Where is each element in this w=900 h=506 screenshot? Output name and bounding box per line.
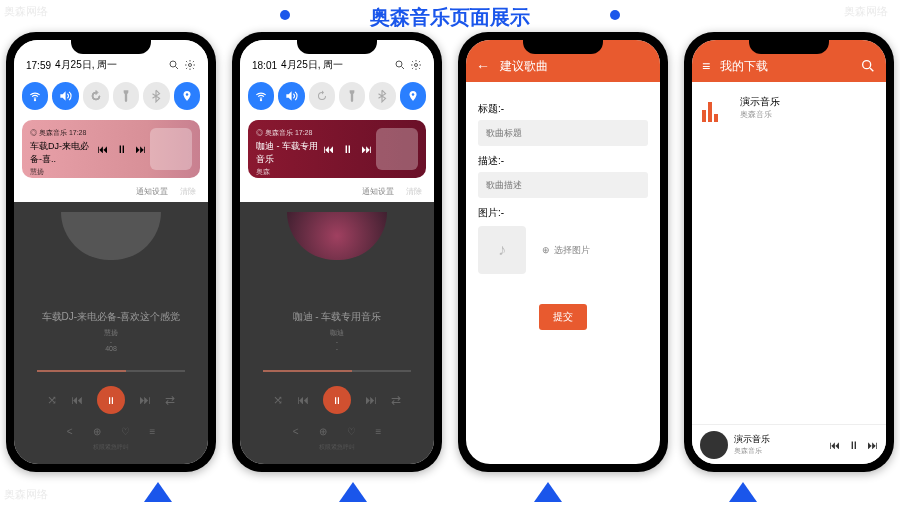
dim-album: - [110,338,112,345]
notification-settings-link[interactable]: 通知设置 [362,186,394,197]
more-icon[interactable]: ♡ [121,426,130,437]
triangle-indicator [144,482,172,502]
dim-track-title: 车载DJ-来电必备-喜欢这个感觉 [42,310,181,324]
app-bar-title: 建议歌曲 [500,58,548,75]
dim-tip: 权限紧急呼叫 [319,443,355,452]
media-app-label: ◎ 奥森音乐 17:28 [256,128,323,138]
seek-bar[interactable] [263,370,411,372]
menu-icon[interactable]: ≡ [702,58,710,74]
phone-notch [523,40,603,54]
dimmed-player: 咖迪 - 车载专用音乐 咖迪 - - ⤨ ⏮ ⏸ ⏭ ⇄ < ⊕ ♡ ≡ 权限紧… [240,202,434,464]
qs-wifi[interactable] [248,82,274,110]
media-title: 咖迪 - 车载专用音乐 [256,140,323,166]
next-icon[interactable]: ⏭ [135,143,146,155]
svg-point-3 [186,93,189,96]
clear-link[interactable]: 清除 [180,186,196,197]
status-time: 17:59 [26,60,51,71]
mini-title: 演示音乐 [734,433,823,446]
clear-link[interactable]: 清除 [406,186,422,197]
svg-point-2 [35,100,36,101]
album-art-dim [61,212,161,260]
download-icon[interactable]: ⊕ [93,426,101,437]
triangle-indicator [534,482,562,502]
pause-icon[interactable]: ⏸ [342,143,353,155]
phone-mockup-1: 17:59 4月25日, 周一 ◎ 奥森音乐 17:28 车载DJ-来电必备-喜… [6,32,216,472]
download-item[interactable]: 演示音乐 奥森音乐 [692,82,886,132]
desc-input[interactable] [478,172,648,198]
qs-sound[interactable] [278,82,304,110]
dim-artist: 咖迪 [330,328,344,338]
qs-rotate[interactable] [309,82,335,110]
shuffle-icon[interactable]: ⤨ [47,393,57,407]
dim-album: - [336,338,338,345]
album-art [376,128,418,170]
label-image: 图片:- [478,206,648,220]
next-icon[interactable]: ⏭ [361,143,372,155]
search-icon[interactable] [860,58,876,74]
mini-album-art [700,431,728,459]
list-icon[interactable]: ≡ [376,426,382,437]
media-app-label: ◎ 奥森音乐 17:28 [30,128,97,138]
play-button[interactable]: ⏸ [97,386,125,414]
mini-player[interactable]: 演示音乐 奥森音乐 ⏮ ⏸ ⏭ [692,424,886,464]
gear-icon[interactable] [184,59,196,71]
qs-sound[interactable] [52,82,78,110]
gear-icon[interactable] [410,59,422,71]
track-icon [702,92,732,122]
prev-icon[interactable]: ⏮ [71,393,83,407]
download-icon[interactable]: ⊕ [319,426,327,437]
qs-bluetooth[interactable] [143,82,169,110]
shuffle-icon[interactable]: ⤨ [273,393,283,407]
qs-location[interactable] [174,82,200,110]
dim-bitrate: - [336,345,338,352]
status-date: 4月25日, 周一 [55,58,117,72]
media-notification[interactable]: ◎ 奥森音乐 17:28 咖迪 - 车载专用音乐 奥森 ⏮ ⏸ ⏭ [248,120,426,178]
share-icon[interactable]: < [67,426,73,437]
pause-icon[interactable]: ⏸ [848,439,859,451]
list-icon[interactable]: ≡ [150,426,156,437]
dim-tip: 权限紧急呼叫 [93,443,129,452]
play-button[interactable]: ⏸ [323,386,351,414]
more-icon[interactable]: ♡ [347,426,356,437]
svg-point-0 [170,61,176,67]
prev-icon[interactable]: ⏮ [97,143,108,155]
label-title: 标题:- [478,102,648,116]
media-notification[interactable]: ◎ 奥森音乐 17:28 车载DJ-来电必备-喜.. 慧扬 ⏮ ⏸ ⏭ [22,120,200,178]
media-artist: 慧扬 [30,167,97,177]
watermark: 奥森网络 [844,4,888,19]
qs-flashlight[interactable] [339,82,365,110]
share-icon[interactable]: < [293,426,299,437]
search-icon[interactable] [394,59,406,71]
status-date: 4月25日, 周一 [281,58,343,72]
repeat-icon[interactable]: ⇄ [391,393,401,407]
search-icon[interactable] [168,59,180,71]
decorative-dot [280,10,290,20]
prev-icon[interactable]: ⏮ [829,439,840,451]
repeat-icon[interactable]: ⇄ [165,393,175,407]
svg-point-5 [415,64,418,67]
media-title: 车载DJ-来电必备-喜.. [30,140,97,166]
qs-location[interactable] [400,82,426,110]
notification-settings-link[interactable]: 通知设置 [136,186,168,197]
mini-subtitle: 奥森音乐 [734,446,823,456]
submit-button[interactable]: 提交 [539,304,587,330]
qs-wifi[interactable] [22,82,48,110]
dim-bitrate: 408 [105,345,117,352]
back-icon[interactable]: ← [476,58,490,74]
prev-icon[interactable]: ⏮ [323,143,334,155]
prev-icon[interactable]: ⏮ [297,393,309,407]
dim-track-title: 咖迪 - 车载专用音乐 [293,310,382,324]
qs-bluetooth[interactable] [369,82,395,110]
next-icon[interactable]: ⏭ [365,393,377,407]
phone-mockup-3: ← 建议歌曲 标题:- 描述:- 图片:- ♪ ⊕选择图片 提交 [458,32,668,472]
qs-flashlight[interactable] [113,82,139,110]
next-icon[interactable]: ⏭ [867,439,878,451]
svg-point-1 [189,64,192,67]
select-image-button[interactable]: ⊕选择图片 [542,244,590,257]
pause-icon[interactable]: ⏸ [116,143,127,155]
next-icon[interactable]: ⏭ [139,393,151,407]
title-input[interactable] [478,120,648,146]
qs-rotate[interactable] [83,82,109,110]
phone-mockup-2: 18:01 4月25日, 周一 ◎ 奥森音乐 17:28 咖迪 - 车载专用音乐… [232,32,442,472]
seek-bar[interactable] [37,370,185,372]
